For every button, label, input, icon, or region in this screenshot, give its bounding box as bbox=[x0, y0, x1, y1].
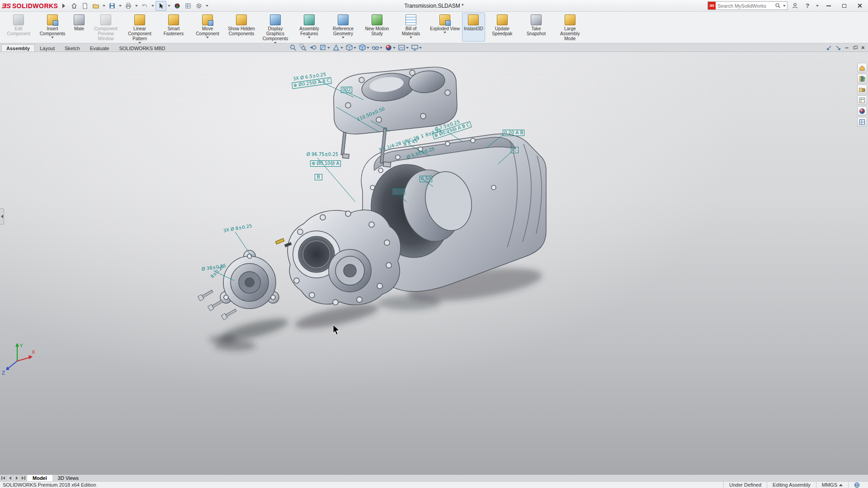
dropdown-caret-icon[interactable] bbox=[168, 5, 170, 7]
dropdown-caret-icon[interactable] bbox=[367, 47, 369, 49]
dropdown-caret-icon[interactable] bbox=[419, 47, 422, 49]
ribbon-bill-of-materials[interactable]: Bill of Materials bbox=[394, 13, 428, 42]
dropdown-caret-icon[interactable] bbox=[308, 37, 311, 38]
dimension-annotation[interactable]: Ø 96.75±0.25 bbox=[307, 152, 338, 157]
dock-pane-right-icon[interactable] bbox=[835, 45, 841, 51]
dropdown-caret-icon[interactable] bbox=[327, 47, 330, 49]
bearing-cap-part[interactable] bbox=[220, 250, 279, 309]
zoom-fit-button[interactable] bbox=[288, 44, 298, 52]
dropdown-caret-icon[interactable] bbox=[103, 5, 105, 7]
display-style-button[interactable] bbox=[358, 44, 370, 52]
save-button[interactable] bbox=[107, 1, 118, 11]
ribbon-display-graphics-components[interactable]: Display Graphics Components bbox=[259, 13, 292, 42]
ribbon-update-speedpak[interactable]: Update Speedpak bbox=[486, 13, 519, 42]
select-button[interactable] bbox=[156, 1, 166, 11]
ribbon-component-preview-window[interactable]: Component Preview Window bbox=[89, 13, 123, 42]
balloon-annotation[interactable]: 002 bbox=[341, 87, 352, 93]
tab-3d-views[interactable]: 3D Views bbox=[52, 475, 84, 481]
appearances-scenes-button[interactable] bbox=[857, 106, 867, 116]
dropdown-caret-icon[interactable] bbox=[206, 5, 208, 7]
search-input[interactable] bbox=[716, 3, 774, 9]
options-button[interactable] bbox=[193, 1, 204, 11]
graphics-area[interactable]: Y X Z 3X Ø 6.5±0.25 ⊕ Ø0.25Ⓜ A B C 002 1… bbox=[0, 52, 868, 474]
next-tab-button[interactable] bbox=[14, 475, 20, 481]
ribbon-insert-components[interactable]: Insert Components bbox=[36, 13, 69, 42]
print-button[interactable] bbox=[123, 1, 134, 11]
doc-restore-icon[interactable] bbox=[853, 47, 856, 49]
ribbon-move-component[interactable]: Move Component bbox=[191, 13, 224, 42]
previous-tab-button[interactable] bbox=[7, 475, 14, 481]
ribbon-assembly-features[interactable]: Assembly Features bbox=[292, 13, 326, 42]
search-go-button[interactable] bbox=[774, 1, 782, 11]
dropdown-caret-icon[interactable] bbox=[151, 5, 154, 7]
ribbon-linear-component-pattern[interactable]: Linear Component Pattern bbox=[123, 13, 156, 42]
tab-sketch[interactable]: Sketch bbox=[60, 44, 85, 52]
first-tab-button[interactable] bbox=[0, 475, 7, 481]
ribbon-instant3d[interactable]: Instant3D bbox=[462, 13, 485, 42]
feature-control-frame[interactable]: 0.20 A B bbox=[503, 130, 524, 136]
solidworks-resources-button[interactable] bbox=[857, 63, 867, 72]
user-account-button[interactable] bbox=[789, 1, 800, 11]
doc-close-icon[interactable] bbox=[861, 46, 865, 50]
menu-expand-arrow-icon[interactable] bbox=[62, 4, 65, 8]
tab-layout[interactable]: Layout bbox=[35, 44, 60, 52]
dock-pane-left-icon[interactable] bbox=[826, 45, 832, 51]
close-button[interactable] bbox=[853, 1, 866, 11]
annotation-views-button[interactable] bbox=[331, 44, 344, 52]
dropdown-caret-icon[interactable] bbox=[342, 37, 344, 38]
last-tab-button[interactable] bbox=[20, 475, 27, 481]
edit-appearance-button[interactable] bbox=[384, 44, 396, 52]
minimize-button[interactable] bbox=[822, 1, 835, 11]
view-settings-button[interactable] bbox=[410, 44, 423, 52]
help-button[interactable]: ? bbox=[802, 1, 813, 11]
view-orientation-button[interactable] bbox=[344, 44, 357, 52]
help-caret-icon[interactable] bbox=[816, 5, 819, 7]
front-cover-part[interactable] bbox=[276, 210, 401, 305]
feature-control-frame[interactable]: ⊕ Ø0.10Ⓜ A bbox=[310, 160, 341, 167]
datum-flag[interactable]: C bbox=[511, 147, 519, 153]
previous-view-button[interactable] bbox=[308, 44, 318, 52]
view-palette-button[interactable] bbox=[857, 95, 867, 105]
units-selector[interactable]: MMGS bbox=[816, 482, 848, 488]
home-button[interactable] bbox=[69, 1, 80, 11]
ribbon-edit-component[interactable]: Edit Component bbox=[2, 13, 35, 42]
ribbon-exploded-view[interactable]: Exploded View bbox=[428, 13, 462, 42]
tab-model[interactable]: Model bbox=[27, 475, 52, 481]
design-library-button[interactable] bbox=[857, 74, 867, 83]
tab-assembly[interactable]: Assembly bbox=[1, 44, 35, 52]
zoom-area-button[interactable] bbox=[298, 44, 308, 52]
file-properties-button[interactable] bbox=[183, 1, 193, 11]
connection-status[interactable] bbox=[848, 482, 865, 488]
dropdown-caret-icon[interactable] bbox=[51, 37, 54, 38]
section-view-button[interactable] bbox=[318, 44, 331, 52]
dropdown-caret-icon[interactable] bbox=[443, 32, 446, 33]
ribbon-reference-geometry[interactable]: Reference Geometry bbox=[326, 13, 360, 42]
ribbon-smart-fasteners[interactable]: Smart Fasteners bbox=[157, 13, 190, 42]
ribbon-new-motion-study[interactable]: New Motion Study bbox=[360, 13, 394, 42]
dropdown-caret-icon[interactable] bbox=[340, 47, 343, 49]
ribbon-mate[interactable]: Mate bbox=[70, 13, 89, 42]
rebuild-button[interactable] bbox=[172, 1, 183, 11]
undo-button[interactable] bbox=[139, 1, 150, 11]
feature-control-frame[interactable]: 0.50 bbox=[420, 176, 432, 182]
datum-flag[interactable]: B bbox=[315, 174, 322, 180]
dropdown-caret-icon[interactable] bbox=[410, 37, 412, 38]
feature-control-frame[interactable]: 0.50 bbox=[392, 188, 405, 195]
dropdown-caret-icon[interactable] bbox=[354, 47, 356, 49]
dropdown-caret-icon[interactable] bbox=[406, 47, 409, 49]
search-scope-caret-icon[interactable] bbox=[783, 5, 786, 7]
tab-solidworks-mbd[interactable]: SOLIDWORKS MBD bbox=[114, 44, 170, 52]
ribbon-large-assembly-mode[interactable]: Large Assembly Mode bbox=[553, 13, 587, 42]
ribbon-take-snapshot[interactable]: Take Snapshot bbox=[519, 13, 553, 42]
ribbon-show-hidden-components[interactable]: Show Hidden Components bbox=[225, 13, 258, 42]
dropdown-caret-icon[interactable] bbox=[393, 47, 396, 49]
dropdown-caret-icon[interactable] bbox=[119, 5, 122, 7]
featuremanager-collapse-tab[interactable] bbox=[0, 208, 4, 225]
new-document-button[interactable] bbox=[80, 1, 90, 11]
custom-properties-button[interactable] bbox=[857, 117, 867, 127]
file-explorer-button[interactable] bbox=[857, 84, 867, 94]
doc-minimize-icon[interactable] bbox=[845, 47, 848, 48]
restore-button[interactable] bbox=[837, 1, 851, 11]
hide-show-items-button[interactable] bbox=[371, 44, 383, 52]
dropdown-caret-icon[interactable] bbox=[206, 37, 209, 38]
